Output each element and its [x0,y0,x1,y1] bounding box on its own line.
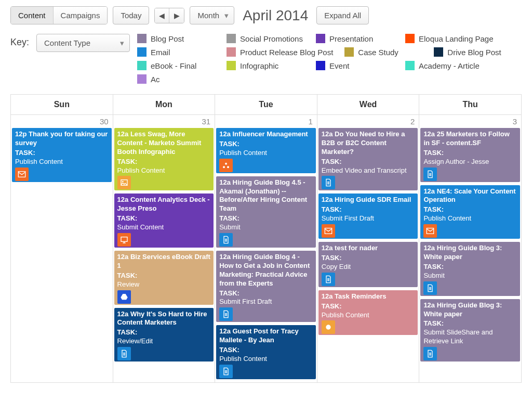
event-title: Content Analytics Deck - Jesse Preso [117,196,210,212]
legend-swatch [405,61,415,70]
calendar-event[interactable]: 12a Why It's So Hard to Hire Content Mar… [114,308,214,362]
doc-icon [423,167,437,181]
event-time: 12p [15,130,29,138]
day-header: Mon [113,94,216,115]
event-time: 12a [117,253,130,261]
calendar-event[interactable]: 12a Task RemindersTASK:Publish Content [318,290,418,335]
event-task-label: TASK: [423,319,517,328]
event-task: Review [117,280,211,289]
calendar-event[interactable]: 12a Content Analytics Deck - Jesse Preso… [114,193,214,248]
event-title: Task Reminders [335,292,386,300]
event-task-label: TASK: [322,205,415,214]
legend-item: eBook - Final [137,61,215,70]
event-title: Hiring Guide Blog 4 - How to Get a Job i… [219,253,310,287]
legend-item: Ac [137,74,215,84]
calendar-event[interactable]: 12a Hiring Guide Blog 3: White paperTASK… [420,299,520,362]
svg-point-3 [225,162,227,164]
event-task-label: TASK: [219,214,313,223]
day-cell[interactable]: 312a 25 Marketers to Follow in SF - cont… [419,115,522,383]
event-time: 12a [219,327,232,335]
today-button[interactable]: Today [113,6,149,24]
calendar-event[interactable]: 12a Hiring Guide SDR EmailTASK:Submit Fi… [318,193,418,239]
event-task: Submit [219,223,313,232]
event-task: Publish Content [322,311,415,320]
event-time: 12a [423,244,436,252]
mail-icon [423,224,437,238]
tab-campaigns[interactable]: Campaigns [54,7,108,24]
legend-label: Event [329,61,349,70]
event-time: 12a [322,244,335,252]
day-header: Wed [317,94,420,115]
event-task-label: TASK: [423,149,517,158]
doc-icon [219,307,233,321]
event-task-label: TASK: [219,140,313,149]
mail-icon [322,224,335,238]
svg-point-4 [223,166,225,168]
legend-swatch [405,34,415,43]
svg-rect-2 [121,237,127,242]
calendar-event[interactable]: 12a 25 Marketers to Follow in SF - conte… [420,128,520,182]
calendar-event[interactable]: 12a Hiring Guide Blog 3: White paperTASK… [420,242,520,296]
doc-icon [219,365,233,378]
event-task: Assign Author - Jesse [423,158,517,166]
tab-content[interactable]: Content [11,7,54,24]
tab-group: Content Campaigns [10,6,108,24]
event-task: Submit Content [117,223,211,232]
calendar-event[interactable]: 12a Hiring Guide Blog 4.5 - Akamai (Jona… [216,176,316,248]
event-task-label: TASK: [117,214,211,223]
event-time: 12a [219,178,232,186]
share-icon [219,159,233,172]
event-task: Publish Content [423,214,517,223]
calendar-event[interactable]: 12a NE4: Scale Your Content OperationTAS… [420,185,520,239]
event-task: Review/Edit [117,337,211,346]
key-dropdown[interactable]: Content Type [36,34,130,52]
event-time: 12a [322,196,335,203]
doc-icon [423,347,437,360]
event-title: Thank you for taking our survey [15,130,108,147]
toolbar: Content Campaigns Today ◀ ▶ Month April … [10,6,522,24]
event-task: Embed Video and Transcript [322,166,415,175]
doc-icon [423,281,437,295]
event-task: Publish Content [117,166,211,175]
legend-label: Blog Post [151,34,184,43]
calendar-event[interactable]: 12p Thank you for taking our surveyTASK:… [12,128,112,182]
day-cell[interactable]: 212a Do You Need to Hire a B2B or B2C Co… [317,115,420,383]
event-task-label: TASK: [117,158,211,166]
day-number: 30 [11,115,113,128]
doc-icon [322,176,335,189]
calendar-event[interactable]: 12a Do You Need to Hire a B2B or B2C Con… [318,128,418,190]
event-task: Publish Content [15,158,109,166]
day-cell[interactable]: 3112a Less Swag, More Content - Marketo … [113,115,216,383]
event-title: NE4: Scale Your Content Operation [423,187,515,204]
calendar-event[interactable]: 12a Less Swag, More Content - Marketo Su… [114,128,214,190]
event-time: 12a [423,187,436,195]
calendar-event[interactable]: 12a Hiring Guide Blog 4 - How to Get a J… [216,251,316,322]
day-header: Thu [419,94,522,115]
day-number: 3 [419,115,521,128]
prev-button[interactable]: ◀ [155,8,169,23]
slides-icon [117,233,131,247]
day-number: 1 [215,115,317,128]
legend-item: Academy - Article [405,61,483,70]
calendar-event[interactable]: 12a Biz Services eBook Draft 1TASK:Revie… [114,251,214,305]
event-task-label: TASK: [423,263,517,272]
next-button[interactable]: ▶ [169,8,184,23]
circle-icon [322,320,335,334]
legend-swatch [227,34,236,43]
event-time: 12a [423,301,436,309]
calendar-event[interactable]: 12a Guest Post for Tracy Mallete - By Je… [216,325,316,379]
key-label: Key: [10,34,29,48]
event-task: Copy Edit [322,263,415,272]
calendar-event[interactable]: 12a test for naderTASK:Copy Edit [318,242,418,287]
legend-item: Eloqua Landing Page [405,34,493,43]
legend-label: Academy - Article [419,61,480,70]
view-dropdown[interactable]: Month [190,6,234,24]
calendar-event[interactable]: 12a Influencer ManagementTASK:Publish Co… [216,128,316,173]
legend-label: Infographic [240,61,278,70]
event-title: Influencer Management [233,130,308,138]
day-header: Tue [215,94,317,115]
legend-label: Product Release Blog Post [240,48,333,57]
day-cell[interactable]: 3012p Thank you for taking our surveyTAS… [11,115,113,383]
day-cell[interactable]: 112a Influencer ManagementTASK:Publish C… [215,115,317,383]
expand-all-button[interactable]: Expand All [316,6,369,24]
